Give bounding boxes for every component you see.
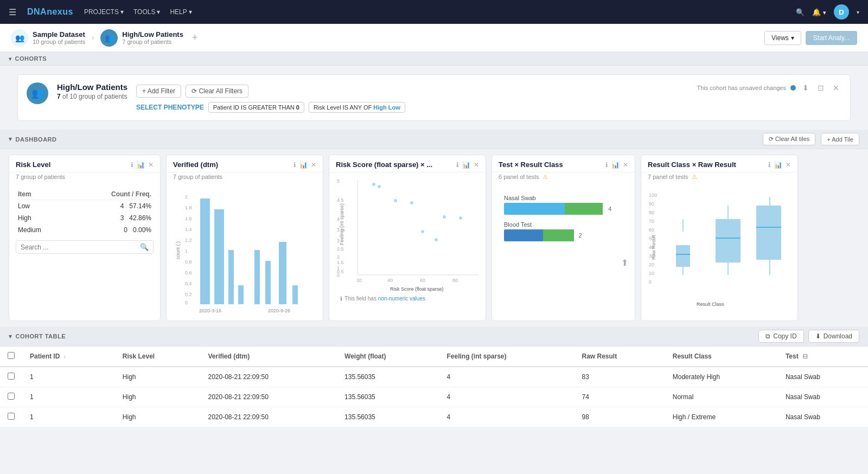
tile-risk-level-search[interactable]: 🔍 (16, 240, 154, 254)
tile-risk-level-info[interactable]: ℹ (131, 161, 133, 169)
col-patient-id[interactable]: Patient ID ↕ (22, 347, 115, 367)
svg-text:Result Class: Result Class (697, 302, 724, 307)
tile-result-class-raw-info[interactable]: ℹ (768, 161, 771, 169)
svg-text:0.6: 0.6 (185, 270, 192, 276)
row-checkbox[interactable] (8, 373, 15, 380)
tile-risk-level-chart[interactable]: 📊 (137, 161, 145, 169)
tile-risk-level-close[interactable]: ✕ (148, 161, 154, 169)
risk-level-table: Item Count / Freq. Low 4 57.14% High 3 4… (16, 189, 154, 236)
tile-risk-level: Risk Level ℹ 📊 ✕ 7 group of patients Ite… (9, 155, 161, 321)
breadcrumb-add-button[interactable]: + (192, 32, 198, 43)
non-numeric-note: ℹ This field has non-numeric values (336, 296, 479, 304)
breadcrumb-current-title: High/Low Patients (122, 30, 183, 39)
bell-icon[interactable]: 🔔 ▾ (812, 8, 826, 16)
download-button[interactable]: ⬇ Download (808, 330, 859, 343)
dashboard-section-header: ▾ DASHBOARD ⟳ Clear All tiles + Add Tile (0, 130, 868, 149)
tile-risk-score-title: Risk Score (float sparse) × ... (336, 161, 453, 169)
col-count-freq: Count / Freq. (68, 189, 154, 200)
cohort-table-toggle[interactable]: ▾ (9, 333, 12, 340)
nav-help[interactable]: HELP ▾ (170, 8, 192, 16)
svg-text:1.6: 1.6 (185, 216, 192, 221)
breadcrumb-current-icon: 👥 (100, 29, 118, 47)
tile-result-class-raw: Result Class × Raw Result ℹ 📊 ✕ 7 panel … (641, 155, 798, 321)
top-nav: ☰ DNAnexus PROJECTS ▾ TOOLS ▾ HELP ▾ 🔍 🔔… (0, 0, 868, 24)
svg-text:0.2: 0.2 (185, 292, 192, 297)
breadcrumb-current[interactable]: 👥 High/Low Patients 7 group of patients (100, 29, 183, 47)
clear-all-tiles-button[interactable]: ⟳ Clear All tiles (763, 133, 816, 145)
tile-verified-dtm-title: Verified (dtm) (173, 161, 290, 169)
cohort-table-actions: ⧉ Copy ID ⬇ Download (758, 330, 859, 343)
nav-tools[interactable]: TOOLS ▾ (133, 8, 160, 16)
tile-test-result-class-header: Test × Result Class ℹ 📊 ✕ (492, 155, 635, 172)
start-analysis-button[interactable]: Start Analy... (806, 31, 857, 45)
tile-risk-level-body: Item Count / Freq. Low 4 57.14% High 3 4… (9, 183, 160, 321)
tiles-row: Risk Level ℹ 📊 ✕ 7 group of patients Ite… (0, 149, 868, 326)
copy-id-button[interactable]: ⧉ Copy ID (758, 330, 803, 343)
breadcrumb-current-subtitle: 7 group of patients (122, 39, 183, 45)
breadcrumb-bar: 👥 Sample Dataset 10 group of patients › … (0, 24, 868, 52)
tile-risk-score-close[interactable]: ✕ (474, 161, 479, 169)
tile-risk-score-info[interactable]: ℹ (456, 161, 459, 169)
avatar-chevron[interactable]: ▾ (857, 9, 859, 15)
col-test: Test ⊟ (778, 347, 868, 367)
tile-test-result-class-title: Test × Result Class (499, 161, 602, 169)
filter-actions: + Add Filter ⟳ Clear All Filters (136, 85, 688, 98)
tile-verified-dtm-close[interactable]: ✕ (311, 161, 316, 169)
dashboard-toggle[interactable]: ▾ (9, 136, 12, 143)
svg-text:0.4: 0.4 (185, 281, 192, 286)
hamburger-icon[interactable]: ☰ (9, 7, 16, 17)
search-input[interactable] (21, 244, 137, 251)
seg-blue2 (504, 229, 543, 241)
table-row: Medium 0 0.00% (16, 224, 154, 236)
breadcrumb-parent-title: Sample Dataset (33, 30, 85, 39)
unsaved-changes-text: This cohort has unsaved changes (697, 85, 787, 91)
close-cohort-button[interactable]: ✕ (831, 82, 841, 93)
cohort-data-table: Patient ID ↕ Risk Level Verified (dtm) W… (0, 347, 868, 427)
nav-projects[interactable]: PROJECTS ▾ (84, 8, 124, 16)
col-weight: Weight (float) (337, 347, 439, 367)
filter-chip-risk-level[interactable]: Risk Level IS ANY OF High Low (309, 102, 405, 113)
row-checkbox[interactable] (8, 413, 15, 420)
scroll-up-icon[interactable]: ⬆ (499, 258, 628, 268)
download-cohort-button[interactable]: ⬇ (800, 82, 811, 93)
breadcrumb-parent[interactable]: 👥 Sample Dataset 10 group of patients (11, 29, 85, 47)
select-all-checkbox[interactable] (8, 352, 15, 359)
col-result-class: Result Class (665, 347, 778, 367)
filter-chip-patient-id[interactable]: Patient ID IS GREATER THAN 0 (208, 102, 304, 113)
tile-verified-dtm-info[interactable]: ℹ (293, 161, 296, 169)
svg-rect-15 (238, 285, 244, 304)
search-icon[interactable]: 🔍 (796, 8, 805, 16)
tile-result-class-raw-close[interactable]: ✕ (786, 161, 791, 169)
table-row: 1 High 2020-08-21 22:09:50 135.56035 4 9… (0, 407, 868, 427)
logo: DNAnexus (27, 7, 73, 17)
col-select-all[interactable] (0, 347, 22, 367)
col-item: Item (16, 189, 68, 200)
svg-text:2.5: 2.5 (337, 246, 344, 252)
breadcrumb-parent-icon: 👥 (11, 29, 28, 47)
tile-result-class-raw-chart[interactable]: 📊 (774, 161, 782, 169)
tile-test-result-class-chart[interactable]: 📊 (611, 161, 620, 169)
views-button[interactable]: Views ▾ (764, 31, 801, 45)
avatar[interactable]: D (834, 4, 849, 20)
logo-nexus: nexus (47, 7, 73, 16)
col-settings-icon[interactable]: ⊟ (802, 353, 808, 360)
tile-result-class-raw-body: 100 90 80 70 60 50 40 30 20 10 0 Raw Res… (641, 184, 797, 321)
col-feeling: Feeling (int sparse) (439, 347, 574, 367)
tile-test-result-class-close[interactable]: ✕ (623, 161, 628, 169)
cohorts-toggle[interactable]: ▾ (9, 56, 12, 62)
clear-filters-button[interactable]: ⟳ Clear All Filters (186, 85, 248, 98)
row-checkbox[interactable] (8, 393, 15, 400)
seg-green2 (543, 229, 573, 241)
cohort-table-section-header: ▾ COHORT TABLE ⧉ Copy ID ⬇ Download (0, 326, 868, 347)
tile-result-class-raw-subtitle: 7 panel of tests ⚠ (641, 172, 797, 184)
tile-verified-dtm-chart[interactable]: 📊 (299, 161, 308, 169)
dashboard-label: DASHBOARD (16, 136, 57, 143)
add-tile-button[interactable]: + Add Tile (821, 133, 859, 145)
seg-green (565, 203, 603, 215)
share-cohort-button[interactable]: ⊡ (815, 82, 826, 93)
tile-risk-score-chart[interactable]: 📊 (462, 161, 470, 169)
sort-icon[interactable]: ↕ (63, 354, 66, 360)
tile-verified-dtm: Verified (dtm) ℹ 📊 ✕ 7 group of patients… (166, 155, 323, 321)
add-filter-button[interactable]: + Add Filter (136, 85, 181, 98)
tile-test-result-class-info[interactable]: ℹ (605, 161, 608, 169)
